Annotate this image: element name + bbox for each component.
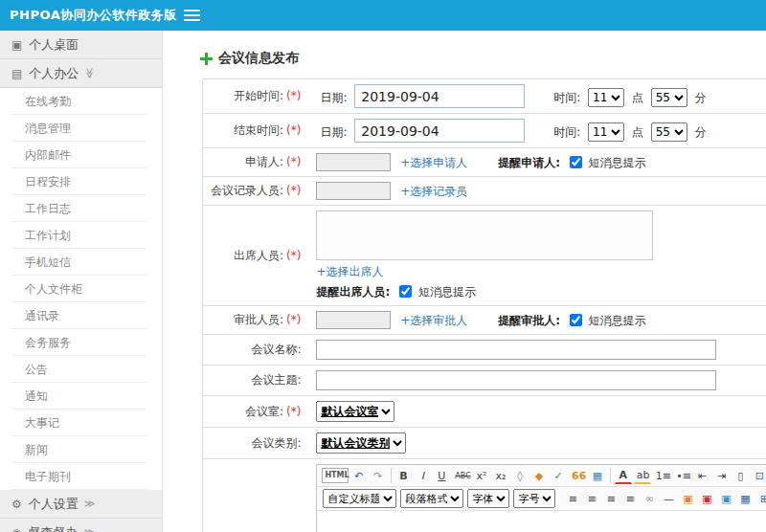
subscript-icon[interactable]: x₂ [492,467,509,484]
highlight-color-icon[interactable]: ab [634,467,651,484]
align-center-icon[interactable]: ≡ [583,490,600,507]
ordered-list-icon[interactable]: 1≡ [653,467,672,484]
eraser-icon[interactable]: ◊ [511,467,529,484]
sidebar-section-personal-office[interactable]: ▤ 个人办公 ≫ [0,59,162,88]
page-icon[interactable]: ▯ [732,467,749,484]
sidebar-item-messages[interactable]: 消息管理 [0,115,162,142]
remind-approver-checkbox[interactable] [570,314,582,326]
meeting-room-select[interactable]: 默认会议室 [316,401,394,422]
end-date-input[interactable] [354,119,525,143]
sidebar-item-attendance[interactable]: 在线考勤 [0,88,162,115]
font-size-select[interactable]: 字号 [513,489,555,508]
blockquote-icon[interactable]: 66 [569,467,587,484]
select-approver-link[interactable]: +选择审批人 [400,314,467,327]
start-time-label: 开始时间: [234,89,283,102]
sidebar-item-events[interactable]: 大事记 [0,410,162,436]
sidebar-item-work-log[interactable]: 工作日志 [0,195,162,222]
hour-unit: 点 [632,91,643,104]
desktop-icon: ▣ [11,38,22,52]
sidebar-section-personal-settings[interactable]: ⚙ 个人设置 ≫ [0,490,162,519]
menu-toggle-icon[interactable] [184,7,200,24]
sidebar-item-news[interactable]: 新闻 [0,436,162,463]
link-icon[interactable]: ∞ [641,490,658,507]
font-color-icon[interactable]: A [615,467,632,484]
end-minute-select[interactable]: 55 [651,122,687,142]
sidebar-item-file-cabinet[interactable]: 个人文件柜 [0,276,162,302]
sidebar-item-meeting-service[interactable]: 会务服务 [0,329,162,356]
meeting-topic-input[interactable] [316,370,716,390]
editor-toolbar-row-2: 自定义标题 段落格式 字体 字号 ≡ ≡ ≡ ≡ ∞ — ▣ ▣ ▣ [317,487,766,511]
end-hour-select[interactable]: 11 [588,122,624,142]
meeting-name-input[interactable] [316,340,716,360]
sms-label: 短消息提示 [589,314,646,327]
strikethrough-icon[interactable]: ABC [452,467,471,484]
format-painter-icon[interactable]: ◆ [530,467,548,484]
start-minute-select[interactable]: 55 [651,88,687,107]
remind-applicant-checkbox[interactable] [570,156,582,168]
sidebar-item-work-plan[interactable]: 工作计划 [0,222,162,249]
sidebar-item-announcement[interactable]: 公告 [0,356,162,383]
redo-icon[interactable]: ↷ [370,467,387,484]
select-applicant-link[interactable]: +选择申请人 [400,156,467,169]
approver-input[interactable] [316,311,391,329]
start-date-input[interactable] [354,84,525,108]
sidebar-item-sms[interactable]: 手机短信 [0,249,162,276]
editor-content-area[interactable] [317,511,766,532]
select-recorder-link[interactable]: +选择记录员 [400,185,467,198]
minute-unit: 分 [694,125,706,139]
align-right-icon[interactable]: ≡ [602,490,620,507]
fullscreen-icon[interactable]: ⊡ [751,467,766,484]
date-label: 日期: [320,91,347,104]
row-applicant: 申请人:(*) +选择申请人 提醒申请人: 短消息提示 [203,148,766,177]
outdent-icon[interactable]: ⇤ [693,467,710,484]
custom-style-select[interactable]: 自定义标题 [323,489,396,508]
horizontal-rule-icon[interactable]: — [660,490,677,507]
required-mark: (*) [286,405,301,418]
gear-icon: ⚙ [11,498,22,511]
sidebar-item-desktop[interactable]: ▣ 个人桌面 [0,31,162,59]
unordered-list-icon[interactable]: •≡ [673,467,691,484]
meeting-category-select[interactable]: 默认会议类别 [316,432,406,454]
toolbar-separator [391,468,392,483]
html-source-icon[interactable]: HTML [322,468,348,483]
chevron-right-icon: ≫ [84,498,96,510]
time-label: 时间: [553,91,580,104]
start-hour-select[interactable]: 11 [588,88,624,107]
attendees-textarea[interactable] [316,211,653,260]
sidebar-item-e-journal[interactable]: 电子期刊 [0,463,162,490]
date-label: 日期: [320,125,347,139]
grid-icon[interactable]: ⊞ [755,490,766,507]
meeting-form: 开始时间:(*) 日期: 时间: 11 点 55 分 结束时间:(*) 日期: … [202,78,766,532]
sidebar-item-notice[interactable]: 通知 [0,383,162,410]
calendar-icon[interactable]: ▦ [589,467,606,484]
bold-icon[interactable]: B [394,467,412,484]
sms-label: 短消息提示 [589,156,646,169]
spellcheck-icon[interactable]: ✓ [550,467,567,484]
office-icon: ▤ [11,67,22,80]
required-mark: (*) [286,123,301,137]
recorder-input[interactable] [316,182,391,200]
undo-icon[interactable]: ↶ [350,467,368,484]
image-icon[interactable]: ▣ [679,490,696,507]
italic-icon[interactable]: I [414,467,431,484]
align-justify-icon[interactable]: ≡ [621,490,639,507]
remind-attendees-checkbox[interactable] [399,285,412,298]
paragraph-format-select[interactable]: 段落格式 [400,489,463,508]
align-left-icon[interactable]: ≡ [564,490,581,507]
underline-icon[interactable]: U [433,467,450,484]
flash-icon[interactable]: ▣ [698,490,715,507]
font-family-select[interactable]: 字体 [467,489,509,508]
sidebar-item-schedule[interactable]: 日程安排 [0,168,162,195]
superscript-icon[interactable]: x² [473,467,490,484]
time-label: 时间: [553,125,580,139]
sidebar-section-supervision[interactable]: ◉ 督查督办 ≫ [0,519,162,532]
select-attendees-link[interactable]: +选择出席人 [316,265,383,278]
required-mark: (*) [286,249,301,262]
sms-label: 短消息提示 [418,285,476,299]
media-icon[interactable]: ▣ [717,490,734,507]
table-icon[interactable]: ▦ [736,490,754,507]
indent-icon[interactable]: ⇥ [712,467,730,484]
applicant-input[interactable] [316,153,391,171]
sidebar-item-internal-mail[interactable]: 内部邮件 [0,142,162,168]
sidebar-item-contacts[interactable]: 通讯录 [0,302,162,329]
